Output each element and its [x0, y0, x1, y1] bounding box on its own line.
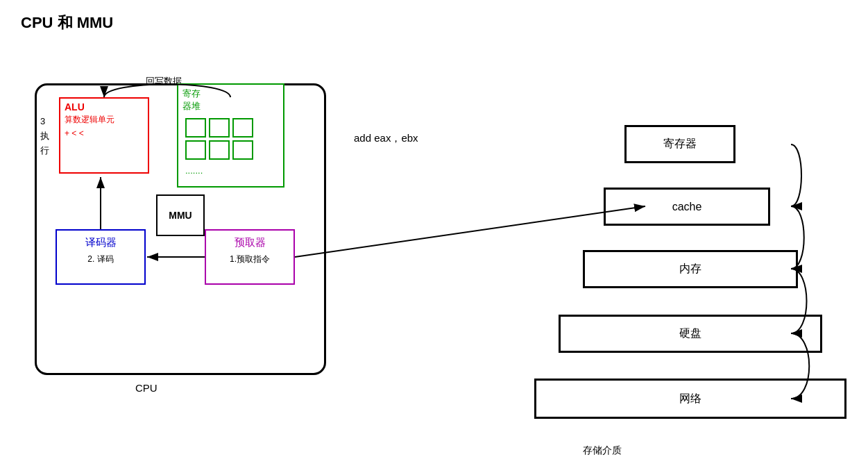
mmu-box: MMU — [156, 194, 205, 236]
decoder-subtitle: 2. 译码 — [57, 249, 144, 265]
reg-cell — [232, 118, 253, 138]
instruction-label: add eax，ebx — [354, 132, 418, 145]
storage-label: 存储介质 — [583, 444, 622, 457]
reg-cell — [185, 140, 206, 160]
mem-level-register: 寄存器 — [624, 125, 735, 163]
reg-cell — [185, 118, 206, 138]
prefetch-subtitle: 1.预取指令 — [206, 249, 293, 265]
reg-cell — [209, 118, 230, 138]
alu-box: ALU 算数逻辑单元 + < < — [59, 97, 149, 174]
page-title: CPU 和 MMU — [0, 0, 868, 33]
decoder-box: 译码器 2. 译码 — [56, 229, 146, 285]
mem-level-ram: 内存 — [583, 250, 798, 288]
alu-subtitle: 算数逻辑单元 — [60, 113, 148, 127]
prefetch-box: 预取器 1.预取指令 — [205, 229, 295, 285]
reg-dots: ....... — [178, 163, 283, 178]
exec-label: 3执行 — [40, 115, 49, 158]
mem-level-network: 网络 — [534, 379, 846, 419]
alu-ops: + < < — [60, 127, 148, 140]
diagram-container: CPU 回写数据 3执行 ALU 算数逻辑单元 + < < 寄存器堆 .....… — [21, 42, 853, 444]
reg-title: 寄存器堆 — [178, 85, 283, 115]
reg-cell — [232, 140, 253, 160]
decoder-title: 译码器 — [57, 231, 144, 249]
mem-level-cache: cache — [604, 188, 770, 226]
cpu-label: CPU — [135, 382, 158, 394]
reg-cell — [209, 140, 230, 160]
alu-title: ALU — [60, 99, 148, 113]
reg-grid — [178, 115, 283, 163]
prefetch-title: 预取器 — [206, 231, 293, 249]
mem-level-disk: 硬盘 — [559, 315, 822, 353]
register-file-box: 寄存器堆 ....... — [177, 83, 284, 188]
mmu-label: MMU — [169, 210, 192, 221]
